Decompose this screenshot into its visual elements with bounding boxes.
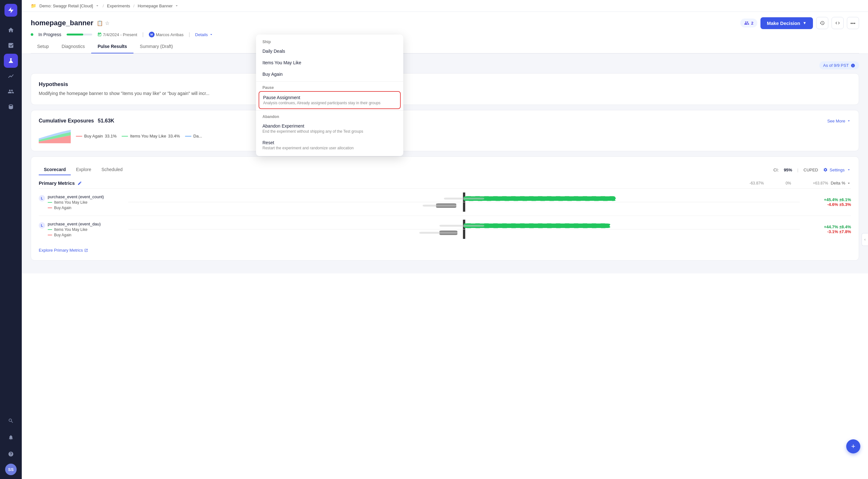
dropdown-abandon-experiment[interactable]: Abandon Experiment End the experiment wi… [256,120,403,137]
abandon-label: Abandon Experiment [262,124,397,129]
dropdown-buy-again[interactable]: Buy Again [256,68,403,80]
dropdown-pause-assignment[interactable]: Pause Assignment Analysis continues, Alr… [258,91,401,109]
pause-assignment-sublabel: Analysis continues, Already assigned par… [263,101,396,105]
pause-section-label: Pause [256,83,403,91]
dropdown-daily-deals[interactable]: Daily Deals [256,45,403,57]
divider1 [256,81,403,81]
dropdown-menu: Ship Daily Deals Items You May Like Buy … [256,35,403,156]
dropdown-items-you-may-like[interactable]: Items You May Like [256,57,403,68]
reset-label: Reset [262,140,397,145]
dropdown-overlay[interactable]: Ship Daily Deals Items You May Like Buy … [0,0,868,479]
reset-sublabel: Restart the experiment and randomize use… [262,146,397,150]
items-you-may-like-label: Items You May Like [262,60,397,65]
pause-assignment-label: Pause Assignment [263,95,396,100]
abandon-sublabel: End the experiment without shipping any … [262,129,397,134]
dropdown-reset[interactable]: Reset Restart the experiment and randomi… [256,137,403,153]
buy-again-label: Buy Again [262,72,397,77]
divider2 [256,110,403,111]
daily-deals-label: Daily Deals [262,48,397,54]
abandon-section-label: Abandon [256,112,403,120]
ship-section-label: Ship [256,37,403,45]
